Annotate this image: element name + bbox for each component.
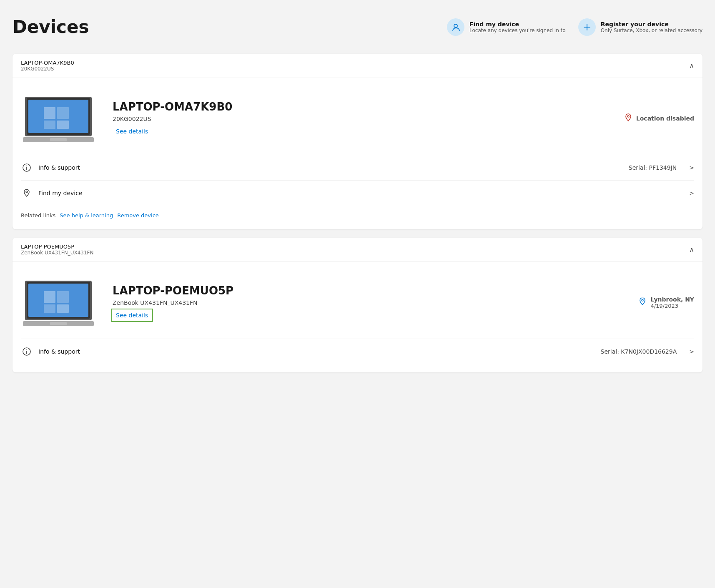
info-support-row-2[interactable]: Info & support Serial: K7N0JX00D16629A >: [21, 339, 694, 364]
device-model-small-1: 20KG0022US: [21, 66, 74, 72]
device-image-1: [21, 90, 96, 146]
svg-rect-20: [44, 291, 55, 303]
svg-rect-23: [57, 304, 69, 313]
device-name-small-1: LAPTOP-OMA7K9B0: [21, 60, 74, 66]
location-date-2: 4/19/2023: [650, 303, 694, 309]
device-card-header-2[interactable]: LAPTOP-POEMUO5P ZenBook UX431FN_UX431FN …: [13, 238, 702, 262]
device-card-header-1[interactable]: LAPTOP-OMA7K9B0 20KG0022US ∧: [13, 54, 702, 78]
register-device-icon: [578, 18, 596, 36]
device-card-1: LAPTOP-OMA7K9B0 20KG0022US ∧: [13, 54, 702, 229]
related-links-1: Related links See help & learning Remove…: [21, 206, 694, 221]
find-my-device-icon: [447, 18, 464, 36]
svg-rect-6: [44, 107, 55, 119]
page-title: Devices: [13, 17, 89, 37]
svg-rect-11: [50, 138, 67, 141]
location-text-1: Location disabled: [636, 115, 694, 122]
device-location-1: Location disabled: [624, 113, 694, 124]
find-device-row-1[interactable]: Find my device >: [21, 181, 694, 206]
svg-point-15: [26, 166, 27, 166]
serial-2: Serial: K7N0JX00D16629A: [601, 348, 677, 355]
svg-point-0: [454, 24, 457, 28]
chevron-up-icon-2: ∧: [689, 246, 694, 254]
info-support-label-2: Info & support: [38, 348, 80, 355]
remove-device-link-1[interactable]: Remove device: [117, 212, 159, 219]
device-main-info-2: LAPTOP-POEMUO5P ZenBook UX431FN_UX431FN …: [21, 274, 694, 330]
device-card-body-2: LAPTOP-POEMUO5P ZenBook UX431FN_UX431FN …: [13, 262, 702, 372]
svg-point-16: [26, 191, 28, 193]
device-details-1: LAPTOP-OMA7K9B0 20KG0022US See details: [113, 101, 607, 136]
register-device-action[interactable]: Register your device Only Surface, Xbox,…: [578, 18, 702, 36]
svg-rect-22: [44, 304, 55, 313]
page-header: Devices Find my device Locate any device…: [13, 17, 702, 37]
see-details-link-1[interactable]: See details: [113, 126, 151, 136]
location-pin-icon-2: [638, 297, 647, 308]
device-name-small-2: LAPTOP-POEMUO5P: [21, 244, 93, 250]
svg-point-12: [627, 116, 629, 117]
info-support-label-1: Info & support: [38, 164, 80, 171]
device-main-name-2: LAPTOP-POEMUO5P: [113, 284, 621, 297]
svg-point-29: [26, 349, 27, 350]
location-pin-icon-1: [624, 113, 633, 124]
svg-rect-8: [44, 121, 55, 129]
device-main-model-1: 20KG0022US: [113, 116, 607, 122]
device-main-name-1: LAPTOP-OMA7K9B0: [113, 101, 607, 113]
info-support-row-1[interactable]: Info & support Serial: PF1349JN >: [21, 155, 694, 181]
device-card-2: LAPTOP-POEMUO5P ZenBook UX431FN_UX431FN …: [13, 238, 702, 372]
row-chevron-3: >: [689, 348, 694, 355]
location-text-2: Lynbrook, NY: [650, 296, 694, 303]
serial-1: Serial: PF1349JN: [629, 164, 677, 171]
register-device-title: Register your device: [601, 21, 702, 28]
svg-rect-21: [57, 291, 69, 303]
info-icon-1: [21, 162, 33, 173]
svg-rect-7: [57, 107, 69, 119]
see-help-learning-link-1[interactable]: See help & learning: [60, 212, 113, 219]
device-main-info-1: LAPTOP-OMA7K9B0 20KG0022US See details L…: [21, 90, 694, 146]
device-location-2: Lynbrook, NY 4/19/2023: [638, 296, 694, 309]
svg-point-26: [642, 299, 643, 301]
row-chevron-1: >: [689, 164, 694, 171]
find-device-title: Find my device: [469, 21, 566, 28]
find-device-label-1: Find my device: [38, 190, 83, 196]
find-my-device-action[interactable]: Find my device Locate any devices you're…: [447, 18, 566, 36]
svg-rect-9: [57, 121, 69, 129]
device-rows-1: Info & support Serial: PF1349JN > Find m…: [21, 155, 694, 206]
related-links-label-1: Related links: [21, 212, 55, 219]
info-icon-2: [21, 346, 33, 357]
row-chevron-2: >: [689, 190, 694, 196]
device-details-2: LAPTOP-POEMUO5P ZenBook UX431FN_UX431FN …: [113, 284, 621, 320]
device-image-2: [21, 274, 96, 330]
device-main-model-2: ZenBook UX431FN_UX431FN: [113, 299, 621, 306]
find-device-subtitle: Locate any devices you're signed in to: [469, 28, 566, 33]
svg-rect-25: [50, 322, 67, 325]
device-card-body-1: LAPTOP-OMA7K9B0 20KG0022US See details L…: [13, 78, 702, 229]
device-model-small-2: ZenBook UX431FN_UX431FN: [21, 250, 93, 256]
register-device-subtitle: Only Surface, Xbox, or related accessory: [601, 28, 702, 33]
pin-icon-1: [21, 187, 33, 199]
header-actions: Find my device Locate any devices you're…: [447, 18, 702, 36]
device-rows-2: Info & support Serial: K7N0JX00D16629A >: [21, 339, 694, 364]
chevron-up-icon-1: ∧: [689, 62, 694, 70]
see-details-link-2[interactable]: See details: [113, 310, 151, 320]
